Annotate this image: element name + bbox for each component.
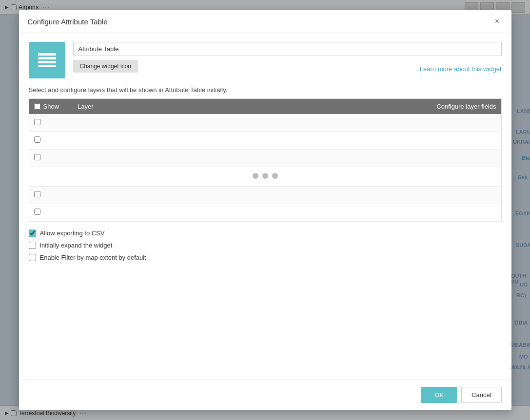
- table-body: [29, 114, 501, 221]
- enable-filter-label: Enable Filter by map extent by default: [40, 254, 146, 261]
- row-3-checkbox[interactable]: [34, 154, 40, 160]
- table-row: [29, 149, 501, 167]
- loading-dots: [253, 173, 278, 179]
- row-6-configure: [188, 204, 501, 221]
- row-3-configure: [188, 149, 501, 167]
- dialog-title: Configure Attribute Table: [28, 18, 108, 26]
- svg-rect-1: [38, 57, 56, 59]
- row-1-checkbox[interactable]: [34, 119, 40, 125]
- dialog-footer: OK Cancel: [19, 380, 511, 410]
- widget-header-row: Change widget icon Learn more about this…: [29, 42, 502, 78]
- svg-rect-3: [38, 65, 56, 67]
- row-1-configure: [188, 114, 501, 132]
- loading-dot-3: [272, 173, 278, 179]
- widget-name-section: Change widget icon Learn more about this…: [73, 42, 502, 73]
- layers-table: Show Layer Configure layer fields: [29, 98, 502, 222]
- change-widget-icon-button[interactable]: Change widget icon: [73, 60, 138, 73]
- col-show: Show: [29, 99, 73, 115]
- initially-expand-checkbox[interactable]: [29, 242, 36, 249]
- table-row: [29, 186, 501, 204]
- cancel-button[interactable]: Cancel: [461, 387, 501, 403]
- option-csv-row: Allow exporting to CSV: [29, 229, 502, 237]
- dialog-body: Change widget icon Learn more about this…: [19, 33, 511, 380]
- row-6-checkbox[interactable]: [34, 209, 40, 215]
- col-layer: Layer: [73, 99, 188, 115]
- table-header: Show Layer Configure layer fields: [29, 99, 501, 115]
- allow-csv-checkbox[interactable]: [29, 229, 36, 237]
- ok-button[interactable]: OK: [421, 387, 457, 403]
- row-3-layer: [73, 149, 188, 167]
- select-all-checkbox[interactable]: [34, 103, 40, 110]
- table-row: [29, 204, 501, 221]
- svg-rect-2: [38, 61, 56, 63]
- row-5-layer: [73, 186, 188, 204]
- row-5-configure: [188, 186, 501, 204]
- table-row: [29, 114, 501, 132]
- description-text: Select and configure layers that will be…: [29, 86, 502, 94]
- widget-icon: [29, 42, 65, 78]
- enable-filter-checkbox[interactable]: [29, 254, 36, 261]
- dialog-header: Configure Attribute Table ×: [19, 10, 511, 33]
- row-2-layer: [73, 132, 188, 149]
- option-expand-row: Initially expand the widget: [29, 242, 502, 249]
- row-2-checkbox[interactable]: [34, 136, 40, 143]
- options-section: Allow exporting to CSV Initially expand …: [29, 229, 502, 261]
- allow-csv-label: Allow exporting to CSV: [40, 229, 105, 237]
- widget-name-input[interactable]: [73, 42, 502, 56]
- dialog-overlay: Configure Attribute Table ×: [0, 0, 530, 420]
- row-5-checkbox[interactable]: [34, 191, 40, 197]
- dialog-close-button[interactable]: ×: [492, 16, 503, 27]
- col-configure: Configure layer fields: [188, 99, 501, 115]
- configure-dialog: Configure Attribute Table ×: [19, 10, 511, 410]
- row-2-configure: [188, 132, 501, 149]
- svg-rect-0: [38, 53, 56, 56]
- table-row: [29, 132, 501, 149]
- loading-dot-1: [253, 173, 258, 179]
- row-6-layer: [73, 204, 188, 221]
- col-show-label: Show: [43, 103, 59, 110]
- loading-dot-2: [262, 173, 268, 179]
- option-filter-row: Enable Filter by map extent by default: [29, 254, 502, 261]
- learn-more-link[interactable]: Learn more about this widget: [420, 65, 502, 73]
- table-icon-svg: [36, 49, 58, 71]
- loading-row: [29, 167, 501, 186]
- row-1-layer: [73, 114, 188, 132]
- initially-expand-label: Initially expand the widget: [40, 242, 113, 249]
